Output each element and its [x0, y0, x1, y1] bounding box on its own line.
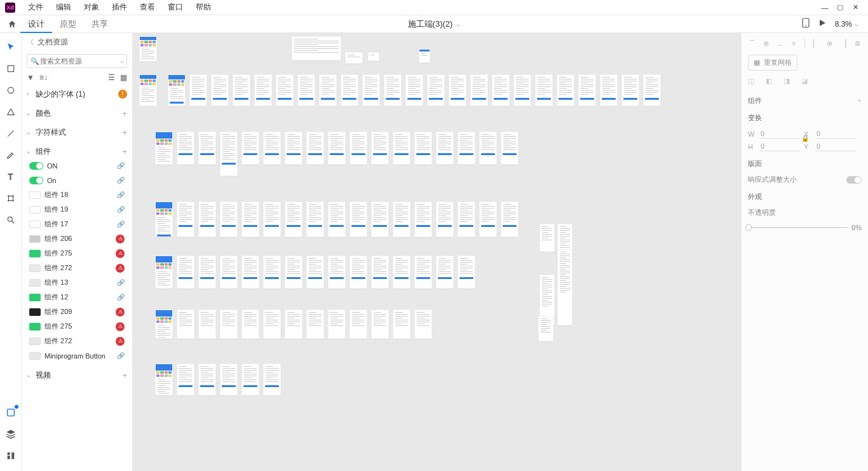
artboard[interactable]: [371, 310, 389, 339]
artboard[interactable]: [557, 249, 573, 325]
component-item[interactable]: 组件 19🔗: [27, 202, 127, 217]
component-item[interactable]: 组件 275⚠: [27, 319, 127, 334]
artboard[interactable]: [328, 201, 346, 237]
artboard[interactable]: [177, 364, 194, 395]
artboard[interactable]: [155, 364, 173, 395]
artboard[interactable]: [328, 310, 346, 339]
rectangle-tool[interactable]: [4, 62, 17, 75]
artboard[interactable]: [384, 74, 402, 106]
artboard[interactable]: [371, 201, 389, 237]
responsive-resize-toggle[interactable]: [846, 176, 862, 184]
artboard-tool[interactable]: [4, 192, 17, 205]
artboard[interactable]: [393, 132, 410, 165]
section-colors[interactable]: ⌵ 颜色 +: [27, 106, 127, 120]
canvas[interactable]: [133, 33, 741, 471]
menu-help[interactable]: 帮助: [189, 2, 217, 13]
align-left[interactable]: ▏: [811, 38, 820, 48]
assets-panel-header[interactable]: 〈 文档资源: [22, 33, 132, 51]
artboard[interactable]: [241, 310, 259, 339]
polygon-tool[interactable]: [4, 106, 17, 118]
artboard[interactable]: [168, 74, 186, 106]
artboard[interactable]: [371, 132, 389, 165]
distribute-h[interactable]: ≣: [853, 38, 862, 48]
window-maximize[interactable]: ▢: [832, 1, 848, 14]
artboard[interactable]: [177, 132, 194, 165]
zoom-dropdown[interactable]: 8.3% ⌵: [835, 20, 858, 29]
artboard[interactable]: [458, 201, 475, 237]
artboard[interactable]: [414, 201, 432, 237]
artboard[interactable]: [263, 201, 281, 237]
artboard[interactable]: [285, 132, 302, 165]
device-preview-button[interactable]: [802, 18, 810, 30]
menu-file[interactable]: 文件: [22, 2, 50, 13]
artboard[interactable]: [501, 201, 519, 237]
pen-tool[interactable]: [4, 149, 17, 161]
artboard[interactable]: [220, 310, 238, 339]
artboard[interactable]: [155, 256, 173, 289]
artboard[interactable]: [276, 74, 294, 106]
line-tool[interactable]: [4, 127, 17, 140]
add-icon[interactable]: +: [122, 128, 127, 137]
artboard[interactable]: [241, 132, 259, 165]
add-icon[interactable]: +: [122, 147, 127, 156]
artboard[interactable]: [458, 256, 475, 289]
artboard[interactable]: [349, 256, 367, 289]
artboard[interactable]: [233, 74, 250, 106]
artboard[interactable]: [535, 74, 553, 106]
artboard[interactable]: [139, 36, 157, 62]
component-item[interactable]: On🔗: [27, 173, 127, 188]
artboard[interactable]: [254, 74, 272, 106]
artboard[interactable]: [557, 74, 574, 106]
section-video[interactable]: ⌵ 视频 +: [27, 368, 127, 382]
artboard[interactable]: [479, 132, 497, 165]
component-item[interactable]: 组件 12🔗: [27, 290, 127, 304]
zoom-tool[interactable]: [4, 214, 17, 226]
component-item[interactable]: 组件 13🔗: [27, 275, 127, 290]
align-vcenter[interactable]: ⊕: [762, 38, 771, 48]
chevron-down-icon[interactable]: ⌵: [120, 58, 123, 64]
component-item[interactable]: Miniprogram Button🔗: [27, 348, 127, 363]
y-input[interactable]: [815, 142, 856, 151]
artboard[interactable]: [458, 132, 475, 165]
artboard[interactable]: [436, 201, 454, 237]
artboard[interactable]: [220, 201, 238, 237]
menu-plugins[interactable]: 插件: [105, 2, 133, 13]
artboard[interactable]: [621, 74, 639, 106]
component-item[interactable]: ON🔗: [27, 158, 127, 173]
artboard[interactable]: [349, 201, 367, 237]
artboard[interactable]: [436, 132, 454, 165]
repeat-grid-button[interactable]: ▦ 重复网格: [748, 55, 797, 71]
artboard[interactable]: [306, 256, 324, 289]
artboard[interactable]: [306, 310, 324, 339]
artboard[interactable]: [393, 201, 410, 237]
bool-intersect[interactable]: ◨: [783, 77, 795, 88]
bool-exclude[interactable]: ◪: [801, 77, 813, 88]
sort-icon[interactable]: ≡↓: [39, 73, 48, 82]
tab-share[interactable]: 共享: [84, 15, 116, 33]
menu-window[interactable]: 窗口: [161, 2, 189, 13]
artboard[interactable]: [349, 132, 367, 165]
artboard[interactable]: [198, 364, 216, 395]
opacity-slider[interactable]: [748, 227, 848, 228]
artboard[interactable]: [198, 132, 216, 165]
section-missing-fonts[interactable]: › 缺少的字体 (1) !: [27, 87, 127, 101]
artboard[interactable]: [319, 74, 337, 106]
artboard[interactable]: [211, 74, 229, 106]
artboard[interactable]: [345, 52, 363, 64]
height-input[interactable]: [759, 142, 800, 151]
artboard[interactable]: [368, 52, 379, 61]
artboard[interactable]: [405, 74, 423, 106]
artboard[interactable]: [263, 256, 281, 289]
align-right[interactable]: ▕: [839, 38, 848, 48]
ellipse-tool[interactable]: [4, 84, 17, 97]
artboard[interactable]: [198, 201, 216, 237]
artboard[interactable]: [285, 201, 302, 237]
artboard[interactable]: [306, 132, 324, 165]
artboard[interactable]: [220, 132, 238, 176]
artboard[interactable]: [155, 310, 173, 339]
artboard[interactable]: [306, 201, 324, 237]
artboard[interactable]: [414, 256, 432, 289]
artboard[interactable]: [285, 256, 302, 289]
artboard[interactable]: [285, 310, 302, 339]
tab-prototype[interactable]: 原型: [52, 15, 84, 33]
